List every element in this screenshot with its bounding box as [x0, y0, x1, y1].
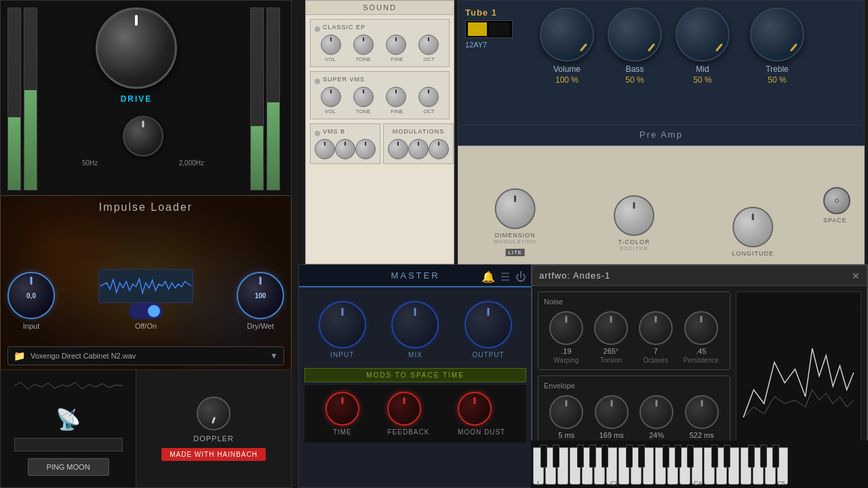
vms-b-mon-knob[interactable]: [355, 139, 376, 159]
andes-warping-knob[interactable]: [549, 311, 583, 345]
master-input-group: INPUT: [319, 301, 366, 359]
impulse-title: Impulse Loader: [99, 201, 193, 214]
piano-key-black[interactable]: [540, 445, 547, 468]
andes-octaves-label: Octaves: [639, 357, 673, 364]
mods-moondust-group: MOON DUST: [458, 392, 505, 436]
mods-time-label: TIME: [326, 428, 359, 436]
piano-marker-1: 1: [536, 480, 540, 487]
dim-longitude-knob[interactable]: [732, 207, 773, 247]
andes-close-button[interactable]: ✕: [852, 270, 860, 281]
vms-b-then-knob[interactable]: [335, 139, 355, 159]
andes-torsion-knob[interactable]: [594, 311, 628, 345]
andes-persistence-val: .45: [684, 347, 719, 355]
preamp-bass-knob[interactable]: [608, 7, 662, 62]
super-vms-octave-knob[interactable]: [418, 87, 439, 107]
andes-release-knob[interactable]: [685, 395, 719, 429]
mod-mon-knob[interactable]: [429, 139, 449, 159]
vms-b-card: VMS B: [310, 123, 380, 164]
mods-moondust-knob[interactable]: [458, 392, 492, 426]
piano-key-white[interactable]: [741, 447, 751, 485]
eq-knob[interactable]: [123, 116, 163, 157]
preamp-mid-knob[interactable]: [675, 7, 730, 62]
piano-key-white[interactable]: [570, 447, 580, 485]
mods-time-group: TIME: [326, 392, 359, 436]
piano-key-black[interactable]: [638, 445, 645, 468]
piano-key-black[interactable]: [577, 445, 584, 468]
classic-ep-labels: VOL TONE FINE OCT: [315, 56, 445, 62]
classic-ep-volume-knob[interactable]: [321, 35, 341, 55]
master-knobs-row: INPUT MIX OUTPUT: [299, 287, 532, 365]
super-vms-tone-knob[interactable]: [353, 87, 374, 107]
preamp-volume-value: 100 %: [540, 75, 594, 85]
preamp-volume-knob[interactable]: [540, 7, 594, 62]
impulse-input-knob[interactable]: 0,0: [7, 272, 55, 319]
vms-b-vol-knob[interactable]: [315, 139, 335, 159]
piano-key-white[interactable]: [655, 447, 666, 485]
andes-octaves-knob[interactable]: [639, 311, 673, 345]
piano-key-black[interactable]: [711, 445, 718, 468]
piano-key-black[interactable]: [760, 445, 767, 468]
mods-feedback-knob[interactable]: [387, 392, 421, 426]
super-vms-volume-knob[interactable]: [321, 87, 341, 107]
classic-ep-tone-knob[interactable]: [353, 35, 374, 55]
classic-ep-fine-knob[interactable]: [386, 35, 406, 55]
andes-torsion-val: 265°: [594, 347, 628, 355]
piano-key-black[interactable]: [589, 445, 596, 468]
vms-b-knobs: [315, 139, 376, 159]
master-input-knob[interactable]: [319, 301, 366, 348]
classic-ep-octave-knob[interactable]: [418, 35, 439, 55]
bell-icon[interactable]: 🔔: [481, 270, 495, 283]
impulse-drywet-knob[interactable]: 100: [237, 272, 284, 319]
andes-attack-knob[interactable]: [549, 395, 583, 429]
preamp-treble-knob[interactable]: [750, 7, 804, 62]
super-vms-fine-knob[interactable]: [386, 87, 406, 107]
mod-tone-knob[interactable]: [408, 139, 429, 159]
impulse-toggle[interactable]: [129, 303, 163, 319]
drive-knob[interactable]: [96, 7, 177, 89]
mod-vol-knob[interactable]: [388, 139, 408, 159]
tube-dark: [489, 22, 510, 36]
folder-icon: 📁: [14, 350, 25, 361]
mods-time-knob[interactable]: [326, 392, 359, 426]
ping-moon-label[interactable]: PING MOON: [28, 458, 109, 476]
piano-key-black[interactable]: [601, 445, 608, 468]
power-icon[interactable]: ⏻: [515, 271, 526, 283]
piano-key-black[interactable]: [675, 445, 682, 468]
vms-mod-row: VMS B MODULATIONS: [310, 123, 450, 164]
piano-key-black[interactable]: [626, 445, 633, 468]
piano-key-black[interactable]: [663, 445, 669, 468]
piano-key-white[interactable]: [704, 447, 715, 485]
dim-tcolor-knob[interactable]: [614, 195, 654, 236]
vu-meters-right: [250, 7, 284, 190]
modulations-title: MODULATIONS: [388, 128, 449, 135]
preamp-bass-group: Bass 50 %: [608, 7, 662, 85]
dim-space-inner: [835, 199, 839, 203]
piano-key-black[interactable]: [724, 445, 730, 468]
piano-key-white[interactable]: [533, 447, 544, 485]
piano-keyboard[interactable]: 1 .wk { width:16px;height:55px;backgroun…: [531, 441, 868, 488]
vu-bar-left-2: [24, 7, 37, 190]
andes-persistence-knob[interactable]: [684, 311, 718, 345]
tube-display: [465, 20, 513, 38]
vu-meters-left: [7, 7, 41, 190]
impulse-file-bar[interactable]: 📁 Voxengo Direct Cabinet N2.wav ▼: [7, 346, 284, 365]
mods-knobs-row: TIME FEEDBACK MOON DUST: [304, 385, 526, 443]
dim-modulation-knob[interactable]: [495, 188, 536, 229]
menu-icon[interactable]: ☰: [500, 270, 510, 283]
piano-key-black[interactable]: [553, 445, 559, 468]
piano-key-black[interactable]: [748, 445, 755, 468]
andes-sustain-val: 24%: [639, 431, 673, 439]
doppler-knob[interactable]: [197, 396, 231, 430]
master-mix-knob[interactable]: [391, 301, 439, 348]
dim-space-label: SPACE: [823, 217, 850, 224]
piano-key-white[interactable]: [618, 447, 629, 485]
piano-key-black[interactable]: [772, 445, 779, 468]
andes-decay-knob[interactable]: [595, 395, 629, 429]
andes-envelope-title: Envelope: [544, 382, 724, 390]
piano-key-black[interactable]: [687, 445, 694, 468]
tube-name: 12AY7: [465, 41, 526, 49]
dimension-panel: DIMENSION MODULATION LITE T-COLOR EXCITE…: [458, 146, 865, 264]
piano-c5-label: C5: [777, 480, 785, 487]
andes-sustain-knob[interactable]: [639, 395, 673, 429]
master-output-knob[interactable]: [465, 301, 512, 348]
